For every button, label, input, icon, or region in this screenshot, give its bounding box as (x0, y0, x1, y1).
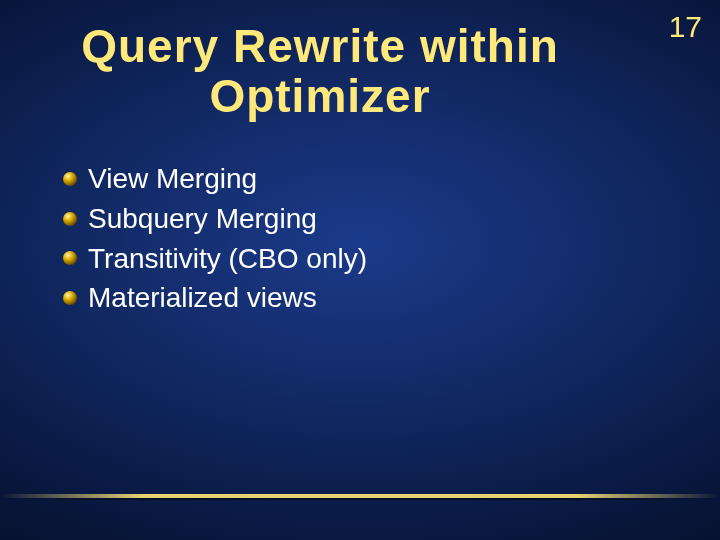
list-item: Transitivity (CBO only) (62, 240, 660, 278)
bullet-text: View Merging (88, 160, 257, 198)
list-item: Materialized views (62, 279, 660, 317)
footer-divider (0, 494, 720, 500)
bullet-sphere-icon (62, 250, 78, 266)
svg-point-1 (63, 212, 77, 226)
bullet-text: Subquery Merging (88, 200, 317, 238)
bullet-sphere-icon (62, 290, 78, 306)
bullet-sphere-icon (62, 211, 78, 227)
bullet-sphere-icon (62, 171, 78, 187)
svg-point-2 (63, 251, 77, 265)
slide-title: Query Rewrite within Optimizer (0, 22, 640, 121)
svg-point-0 (63, 172, 77, 186)
bullet-text: Transitivity (CBO only) (88, 240, 367, 278)
list-item: View Merging (62, 160, 660, 198)
page-number: 17 (669, 10, 702, 44)
bullet-list: View Merging Subquery Merging Transitivi… (62, 160, 660, 319)
bullet-text: Materialized views (88, 279, 317, 317)
slide: 17 Query Rewrite within Optimizer (0, 0, 720, 540)
title-line-1: Query Rewrite within (81, 20, 559, 72)
title-line-2: Optimizer (209, 70, 430, 122)
svg-point-3 (63, 291, 77, 305)
list-item: Subquery Merging (62, 200, 660, 238)
